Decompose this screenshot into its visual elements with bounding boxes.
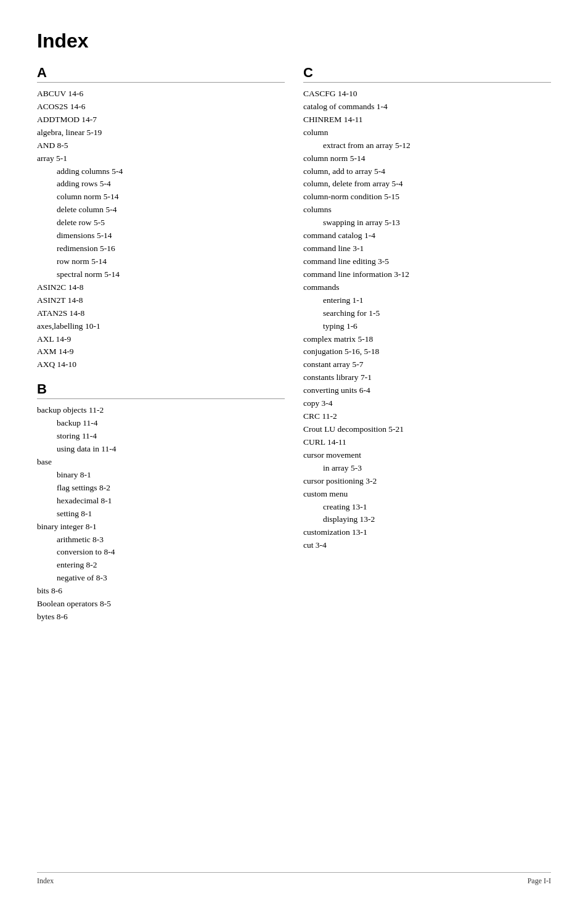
section-divider-A — [37, 82, 285, 83]
list-item: bits 8-6 — [37, 585, 285, 598]
list-item: entering 8-2 — [37, 559, 285, 572]
list-item: using data in 11-4 — [37, 443, 285, 456]
footer: Index Page I-I — [37, 872, 551, 886]
list-item: delete column 5-4 — [37, 204, 285, 216]
list-item: delete row 5-5 — [37, 216, 285, 229]
list-item: spectral norm 5-14 — [37, 268, 285, 281]
list-item: converting units 6-4 — [303, 384, 551, 397]
left-column: A ABCUV 14-6ACOS2S 14-6ADDTMOD 14-7algeb… — [37, 60, 303, 624]
list-item: bytes 8-6 — [37, 611, 285, 624]
list-item: column norm 5-14 — [37, 191, 285, 204]
list-item: Crout LU decomposition 5-21 — [303, 423, 551, 436]
list-item: copy 3-4 — [303, 397, 551, 410]
section-divider-C — [303, 82, 551, 83]
list-item: flag settings 8-2 — [37, 482, 285, 495]
list-item: command line information 3-12 — [303, 268, 551, 281]
list-item: command line 3-1 — [303, 242, 551, 255]
list-item: backup 11-4 — [37, 417, 285, 430]
list-item: adding columns 5-4 — [37, 165, 285, 178]
list-item: binary 8-1 — [37, 469, 285, 482]
section-letter-C: C — [303, 65, 551, 81]
list-item: column-norm condition 5-15 — [303, 191, 551, 204]
list-item: typing 1-6 — [303, 320, 551, 333]
list-item: base — [37, 456, 285, 469]
section-C: C CASCFG 14-10catalog of commands 1-4CHI… — [303, 65, 551, 552]
list-item: ADDTMOD 14-7 — [37, 113, 285, 126]
list-item: algebra, linear 5-19 — [37, 126, 285, 139]
list-item: CURL 14-11 — [303, 436, 551, 449]
list-item: columns — [303, 204, 551, 216]
list-item: column, add to array 5-4 — [303, 165, 551, 178]
list-item: cursor positioning 3-2 — [303, 475, 551, 488]
list-item: cursor movement — [303, 449, 551, 462]
list-item: row norm 5-14 — [37, 255, 285, 268]
list-item: backup objects 11-2 — [37, 404, 285, 417]
section-B: B backup objects 11-2backup 11-4storing … — [37, 381, 285, 624]
footer-left: Index — [37, 876, 54, 886]
list-item: complex matrix 5-18 — [303, 333, 551, 346]
list-item: constants library 7-1 — [303, 371, 551, 384]
section-letter-A: A — [37, 65, 285, 81]
list-item: negative of 8-3 — [37, 572, 285, 585]
list-item: customization 13-1 — [303, 526, 551, 539]
list-item: creating 13-1 — [303, 501, 551, 514]
list-item: redimension 5-16 — [37, 242, 285, 255]
list-item: custom menu — [303, 488, 551, 501]
list-item: swapping in array 5-13 — [303, 216, 551, 229]
list-item: ABCUV 14-6 — [37, 88, 285, 101]
footer-right: Page I-I — [528, 876, 551, 886]
list-item: CHINREM 14-11 — [303, 113, 551, 126]
section-b-entries: backup objects 11-2backup 11-4storing 11… — [37, 404, 285, 624]
list-item: in array 5-3 — [303, 462, 551, 475]
section-divider-B — [37, 398, 285, 399]
list-item: conjugation 5-16, 5-18 — [303, 345, 551, 358]
list-item: axes,labelling 10-1 — [37, 320, 285, 333]
list-item: extract from an array 5-12 — [303, 139, 551, 152]
list-item: storing 11-4 — [37, 430, 285, 443]
list-item: displaying 13-2 — [303, 513, 551, 526]
section-letter-B: B — [37, 381, 285, 397]
list-item: hexadecimal 8-1 — [37, 495, 285, 508]
list-item: cut 3-4 — [303, 539, 551, 552]
list-item: adding rows 5-4 — [37, 178, 285, 191]
list-item: ATAN2S 14-8 — [37, 307, 285, 320]
list-item: searching for 1-5 — [303, 307, 551, 320]
list-item: Boolean operators 8-5 — [37, 598, 285, 611]
list-item: command catalog 1-4 — [303, 229, 551, 242]
list-item: constant array 5-7 — [303, 358, 551, 371]
list-item: column, delete from array 5-4 — [303, 178, 551, 191]
section-a-entries: ABCUV 14-6ACOS2S 14-6ADDTMOD 14-7algebra… — [37, 88, 285, 371]
list-item: setting 8-1 — [37, 508, 285, 521]
right-column: C CASCFG 14-10catalog of commands 1-4CHI… — [303, 60, 551, 624]
list-item: ASIN2T 14-8 — [37, 294, 285, 307]
list-item: AXQ 14-10 — [37, 358, 285, 371]
list-item: command line editing 3-5 — [303, 255, 551, 268]
list-item: entering 1-1 — [303, 294, 551, 307]
list-item: conversion to 8-4 — [37, 546, 285, 559]
list-item: array 5-1 — [37, 152, 285, 165]
list-item: catalog of commands 1-4 — [303, 101, 551, 113]
list-item: ASIN2C 14-8 — [37, 281, 285, 294]
page: Index A ABCUV 14-6ACOS2S 14-6ADDTMOD 14-… — [0, 0, 588, 903]
list-item: commands — [303, 281, 551, 294]
list-item: binary integer 8-1 — [37, 521, 285, 534]
section-A: A ABCUV 14-6ACOS2S 14-6ADDTMOD 14-7algeb… — [37, 65, 285, 371]
list-item: AND 8-5 — [37, 139, 285, 152]
section-c-entries: CASCFG 14-10catalog of commands 1-4CHINR… — [303, 88, 551, 552]
columns-wrapper: A ABCUV 14-6ACOS2S 14-6ADDTMOD 14-7algeb… — [37, 60, 551, 624]
list-item: arithmetic 8-3 — [37, 534, 285, 546]
list-item: ACOS2S 14-6 — [37, 101, 285, 113]
list-item: CRC 11-2 — [303, 410, 551, 423]
list-item: CASCFG 14-10 — [303, 88, 551, 101]
list-item: AXM 14-9 — [37, 345, 285, 358]
list-item: dimensions 5-14 — [37, 229, 285, 242]
list-item: column — [303, 126, 551, 139]
list-item: AXL 14-9 — [37, 333, 285, 346]
page-title: Index — [37, 30, 551, 52]
list-item: column norm 5-14 — [303, 152, 551, 165]
